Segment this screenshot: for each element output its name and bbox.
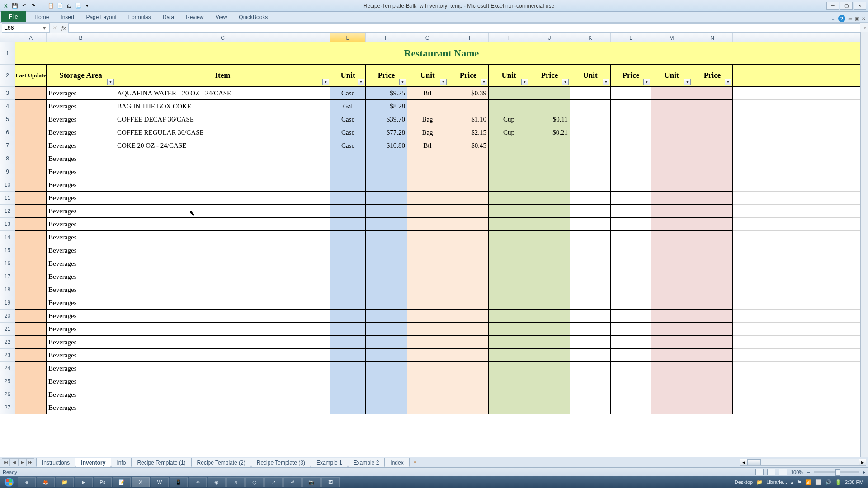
tab-nav-first-icon[interactable]: ⏮ xyxy=(2,458,10,466)
cell-H4[interactable] xyxy=(448,100,489,113)
cell-A21[interactable] xyxy=(15,323,47,336)
cell-storage-14[interactable]: Beverages xyxy=(47,231,115,244)
cell-I6[interactable]: Cup xyxy=(489,126,529,139)
cell-H10[interactable] xyxy=(448,178,489,192)
row-header-20[interactable]: 20 xyxy=(0,310,15,323)
header-N[interactable]: Price▼ xyxy=(692,65,733,87)
cell-I9[interactable] xyxy=(489,165,529,178)
header-J-filter-icon[interactable]: ▼ xyxy=(562,79,569,85)
cell-blank-19[interactable] xyxy=(733,296,868,310)
cell-F22[interactable] xyxy=(366,336,407,349)
cell-F25[interactable] xyxy=(366,375,407,388)
tray-clock[interactable]: 2:38 PM xyxy=(845,479,863,485)
cell-J27[interactable] xyxy=(529,401,570,414)
cell-blank-14[interactable] xyxy=(733,231,868,244)
fx-icon[interactable]: fx xyxy=(59,24,68,32)
cell-L6[interactable] xyxy=(611,126,651,139)
cell-K10[interactable] xyxy=(570,178,611,192)
cell-F6[interactable]: $77.28 xyxy=(366,126,407,139)
cell-I20[interactable] xyxy=(489,310,529,323)
ribbon-tab-formulas[interactable]: Formulas xyxy=(123,12,157,22)
ribbon-minimize-icon[interactable]: ▭ xyxy=(848,16,852,21)
cell-storage-4[interactable]: Beverages xyxy=(47,100,115,113)
cell-E27[interactable] xyxy=(330,401,366,414)
save-icon[interactable]: 💾 xyxy=(11,2,19,10)
cell-E10[interactable] xyxy=(330,178,366,192)
ribbon-tab-home[interactable]: Home xyxy=(28,12,55,22)
sheet-tab-recipe-template--1-[interactable]: Recipe Template (1) xyxy=(131,458,191,467)
cell-L19[interactable] xyxy=(611,296,651,310)
header-F-filter-icon[interactable]: ▼ xyxy=(399,79,406,85)
cell-J3[interactable] xyxy=(529,87,570,100)
cell-N14[interactable] xyxy=(692,231,733,244)
cell-A22[interactable] xyxy=(15,336,47,349)
cell-N23[interactable] xyxy=(692,349,733,362)
cell-M13[interactable] xyxy=(651,218,692,231)
new-sheet-icon[interactable]: ✦ xyxy=(409,459,421,465)
cell-item-27[interactable] xyxy=(115,401,330,414)
cell-storage-3[interactable]: Beverages xyxy=(47,87,115,100)
cell-N9[interactable] xyxy=(692,165,733,178)
cell-I22[interactable] xyxy=(489,336,529,349)
cell-E3[interactable]: Case xyxy=(330,87,366,100)
header-N-filter-icon[interactable]: ▼ xyxy=(725,79,731,85)
row-header-3[interactable]: 3 xyxy=(0,87,15,100)
cell-H16[interactable] xyxy=(448,257,489,270)
taskbar-app-icon[interactable]: ↗ xyxy=(264,477,283,487)
cell-M10[interactable] xyxy=(651,178,692,192)
row-header-23[interactable]: 23 xyxy=(0,349,15,362)
cell-M4[interactable] xyxy=(651,100,692,113)
cell-L11[interactable] xyxy=(611,192,651,205)
cell-H18[interactable] xyxy=(448,283,489,296)
cell-storage-27[interactable]: Beverages xyxy=(47,401,115,414)
cell-blank-21[interactable] xyxy=(733,323,868,336)
cell-A13[interactable] xyxy=(15,218,47,231)
name-box-dropdown-icon[interactable]: ▾ xyxy=(41,25,47,31)
cell-A4[interactable] xyxy=(15,100,47,113)
cell-A8[interactable] xyxy=(15,152,47,165)
cell-M11[interactable] xyxy=(651,192,692,205)
normal-view-icon[interactable] xyxy=(755,469,764,475)
sheet-title[interactable]: Restaurant Name xyxy=(15,42,868,65)
cell-L16[interactable] xyxy=(611,257,651,270)
page-layout-view-icon[interactable] xyxy=(767,469,775,475)
cell-L22[interactable] xyxy=(611,336,651,349)
cell-A15[interactable] xyxy=(15,244,47,257)
cell-M26[interactable] xyxy=(651,388,692,401)
cell-item-20[interactable] xyxy=(115,310,330,323)
cell-G15[interactable] xyxy=(407,244,448,257)
cell-storage-19[interactable]: Beverages xyxy=(47,296,115,310)
cell-K19[interactable] xyxy=(570,296,611,310)
cell-storage-11[interactable]: Beverages xyxy=(47,192,115,205)
row-header-10[interactable]: 10 xyxy=(0,178,15,192)
tray-network-icon[interactable]: 📶 xyxy=(805,479,811,485)
cell-G17[interactable] xyxy=(407,270,448,283)
cell-H12[interactable] xyxy=(448,205,489,218)
column-header-L[interactable]: L xyxy=(611,33,651,42)
cell-G3[interactable]: Btl xyxy=(407,87,448,100)
cell-item-15[interactable] xyxy=(115,244,330,257)
cell-N15[interactable] xyxy=(692,244,733,257)
row-header-5[interactable]: 5 xyxy=(0,113,15,126)
cell-L3[interactable] xyxy=(611,87,651,100)
cell-blank-12[interactable] xyxy=(733,205,868,218)
cell-storage-22[interactable]: Beverages xyxy=(47,336,115,349)
cell-A23[interactable] xyxy=(15,349,47,362)
cell-N16[interactable] xyxy=(692,257,733,270)
cell-E12[interactable] xyxy=(330,205,366,218)
cell-G13[interactable] xyxy=(407,218,448,231)
cell-H5[interactable]: $1.10 xyxy=(448,113,489,126)
cell-K13[interactable] xyxy=(570,218,611,231)
cell-N3[interactable] xyxy=(692,87,733,100)
cell-L24[interactable] xyxy=(611,362,651,375)
header-I-filter-icon[interactable]: ▼ xyxy=(521,79,528,85)
cell-blank-9[interactable] xyxy=(733,165,868,178)
header-G-filter-icon[interactable]: ▼ xyxy=(440,79,447,85)
header-L[interactable]: Price▼ xyxy=(611,65,651,87)
cell-M21[interactable] xyxy=(651,323,692,336)
cell-A6[interactable] xyxy=(15,126,47,139)
cell-H19[interactable] xyxy=(448,296,489,310)
row-header-11[interactable]: 11 xyxy=(0,192,15,205)
cell-A18[interactable] xyxy=(15,283,47,296)
cell-blank-20[interactable] xyxy=(733,310,868,323)
